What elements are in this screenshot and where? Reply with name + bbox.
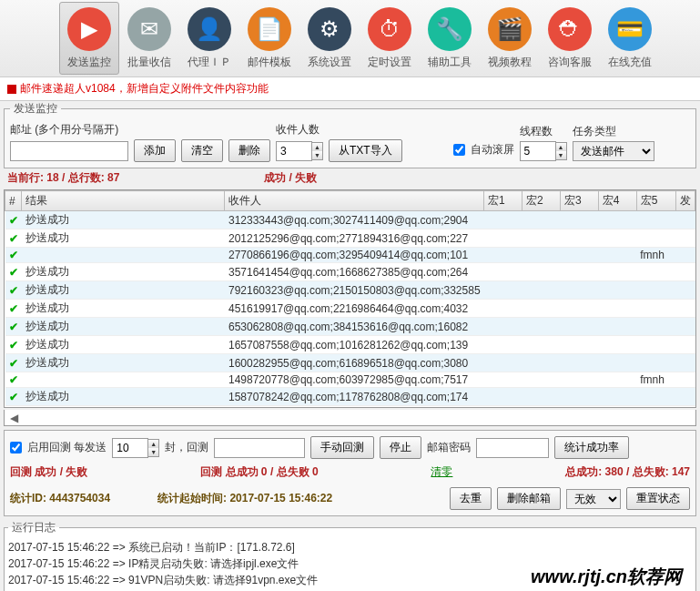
cell: 2490178383@qq.com;1252007967@qq.com;203: [225, 406, 484, 409]
toolbar-item-8[interactable]: ⛑咨询客服: [540, 2, 600, 75]
toolbar-item-0[interactable]: ▶发送监控: [59, 2, 119, 75]
table-row[interactable]: ✔抄送成功792160323@qq.com;2150150803@qq.com;…: [5, 281, 695, 300]
col-header[interactable]: 结果: [22, 191, 225, 211]
col-header[interactable]: 宏5: [636, 191, 675, 211]
toolbar-item-7[interactable]: 🎬视频教程: [480, 2, 540, 75]
cell: [560, 248, 598, 263]
enable-detect-checkbox[interactable]: [10, 442, 22, 453]
stat-start-time: 统计起始时间: 2017-07-15 15:46:22: [157, 491, 332, 506]
table-row[interactable]: ✔2770866196@qq.com;3295409414@qq.com;101…: [5, 248, 695, 263]
col-header[interactable]: 宏2: [522, 191, 561, 211]
cell: [676, 281, 695, 300]
toolbar-label: 辅助工具: [428, 55, 472, 70]
cell: [636, 318, 675, 336]
table-row[interactable]: ✔抄送成功1587078242@qq.com;1178762808@qq.com…: [5, 388, 695, 406]
col-header[interactable]: 宏1: [484, 191, 522, 211]
table-row[interactable]: ✔抄送成功3571641454@qq.com;1668627385@qq.com…: [5, 263, 695, 281]
toolbar-item-4[interactable]: ⚙系统设置: [299, 2, 360, 75]
cell: [598, 300, 636, 318]
recipient-count-input[interactable]: [276, 141, 312, 161]
stat-success-button[interactable]: 统计成功率: [554, 436, 629, 459]
add-button[interactable]: 添加: [134, 139, 176, 162]
cell: 抄送成功: [22, 336, 225, 354]
cell: [676, 263, 695, 281]
toolbar-icon: ▶: [67, 7, 111, 51]
toolbar-label: 邮件模板: [248, 55, 291, 70]
cell: [676, 248, 695, 263]
cell: [598, 388, 636, 406]
cell: [484, 318, 522, 336]
log-text: 2017-07-15 15:46:22 => 系统已启动！当前IP：[171.8…: [8, 539, 692, 588]
mailpass-input[interactable]: [476, 438, 549, 458]
cell: [676, 300, 695, 318]
cell: [598, 229, 636, 248]
table-row[interactable]: ✔抄送成功451619917@qq.com;2216986464@qq.com;…: [5, 300, 695, 318]
autoscroll-checkbox[interactable]: [453, 144, 465, 156]
bottom-panel: 启用回测 每发送 ▲▼ 封，回测 手动回测 停止 邮箱密码 统计成功率 回测 成…: [4, 430, 696, 516]
toolbar-item-6[interactable]: 🔧辅助工具: [420, 2, 480, 75]
per-send-input[interactable]: [112, 438, 148, 458]
txt-import-button[interactable]: 从TXT导入: [329, 139, 402, 162]
invalid-select[interactable]: 无效: [566, 489, 621, 509]
table-row[interactable]: ✔抄送成功653062808@qq.com;384153616@qq.com;1…: [5, 318, 695, 336]
stop-button[interactable]: 停止: [380, 436, 421, 459]
spin-buttons[interactable]: ▲▼: [556, 142, 567, 160]
table-row[interactable]: ✔抄送成功312333443@qq.com;3027411409@qq.com;…: [5, 211, 695, 229]
main-toolbar: ▶发送监控✉批量收信👤代理ＩＰ📄邮件模板⚙系统设置⏱定时设置🔧辅助工具🎬视频教程…: [0, 0, 700, 77]
toolbar-label: 系统设置: [308, 55, 351, 70]
cell: 抄送成功: [22, 211, 225, 229]
stat-id: 统计ID: 4443754034: [10, 491, 110, 506]
dedup-button[interactable]: 去重: [450, 487, 492, 510]
spin-buttons[interactable]: ▲▼: [148, 439, 159, 457]
reset-state-button[interactable]: 重置状态: [626, 487, 690, 510]
col-header[interactable]: #: [5, 191, 22, 211]
toolbar-item-1[interactable]: ✉批量收信: [119, 2, 179, 75]
toolbar-label: 在线充值: [608, 55, 652, 70]
cell: [636, 388, 675, 406]
tasktype-select[interactable]: 发送邮件: [573, 141, 654, 161]
status-success-fail: 成功 / 失败: [264, 170, 317, 186]
threads-label: 线程数: [520, 124, 567, 139]
total-success-fail: 总成功: 380 / 总失败: 147: [565, 464, 690, 480]
cell: ✔: [5, 388, 22, 406]
toolbar-item-2[interactable]: 👤代理ＩＰ: [179, 2, 239, 75]
col-header[interactable]: 宏4: [598, 191, 636, 211]
cell: [522, 388, 561, 406]
table-row[interactable]: ✔抄送成功2490178383@qq.com;1252007967@qq.com…: [5, 406, 695, 409]
table-footer-bar: ◀: [4, 410, 696, 426]
cell: [676, 318, 695, 336]
col-header[interactable]: 发: [676, 191, 695, 211]
recipient-count-label: 收件人数: [276, 122, 402, 138]
notice-icon: [7, 85, 16, 94]
cell: [522, 372, 561, 388]
status-current-row: 当前行: 18 / 总行数: 87: [7, 170, 119, 186]
toolbar-item-5[interactable]: ⏱定时设置: [360, 2, 420, 75]
toolbar-item-9[interactable]: 💳在线充值: [600, 2, 660, 75]
detect-sf-label: 回测 成功 / 失败: [10, 464, 87, 480]
clear-button[interactable]: 清空: [181, 139, 223, 162]
cell: 653062808@qq.com;384153616@qq.com;16082: [225, 318, 484, 336]
col-header[interactable]: 收件人: [225, 191, 484, 211]
detect-input[interactable]: [214, 438, 305, 458]
cell: [560, 300, 598, 318]
spin-buttons[interactable]: ▲▼: [312, 142, 323, 160]
cell: [598, 318, 636, 336]
toolbar-item-3[interactable]: 📄邮件模板: [239, 2, 299, 75]
results-table-wrap[interactable]: #结果收件人宏1宏2宏3宏4宏5发 ✔抄送成功312333443@qq.com;…: [4, 189, 696, 408]
col-header[interactable]: 宏3: [560, 191, 598, 211]
cell: [560, 388, 598, 406]
delete-mail-button[interactable]: 删除邮箱: [497, 487, 561, 510]
delete-button[interactable]: 删除: [228, 139, 270, 162]
addr-input[interactable]: [10, 141, 128, 161]
clear-link[interactable]: 清零: [431, 464, 452, 480]
threads-input[interactable]: [520, 141, 556, 161]
cell: ✔: [5, 263, 22, 281]
table-row[interactable]: ✔抄送成功1600282955@qq.com;616896518@qq.com;…: [5, 354, 695, 372]
table-row[interactable]: ✔抄送成功2012125296@qq.com;2771894316@qq.com…: [5, 229, 695, 248]
cell: [522, 300, 561, 318]
table-row[interactable]: ✔1498720778@qq.com;603972985@qq.com;7517…: [5, 372, 695, 388]
table-row[interactable]: ✔抄送成功1657087558@qq.com;1016281262@qq.com…: [5, 336, 695, 354]
manual-detect-button[interactable]: 手动回测: [310, 436, 374, 459]
cell: ✔: [5, 229, 22, 248]
mailpass-label: 邮箱密码: [427, 440, 471, 455]
